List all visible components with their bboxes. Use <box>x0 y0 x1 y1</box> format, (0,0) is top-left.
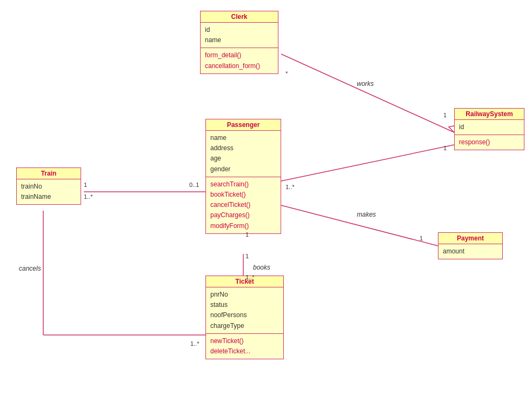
railway-system-class: RailwaySystem id response() <box>454 108 524 150</box>
method-cancel-ticket: cancelTicket() <box>210 200 276 210</box>
method-form-detail: form_detail() <box>205 50 274 61</box>
attr-train-name: trainName <box>21 192 76 202</box>
label-makes: makes <box>357 211 376 218</box>
label-cancels: cancels <box>19 265 41 272</box>
payment-attributes: amount <box>438 244 502 259</box>
mult-ticket-books-a: 1 <box>245 253 249 259</box>
mult-passenger-makes: 1..* <box>285 184 295 190</box>
svg-line-1 <box>281 145 454 181</box>
attr-amount: amount <box>443 246 498 257</box>
mult-train-passenger: 1..* <box>84 193 93 200</box>
method-delete-ticket: deleteTicket... <box>210 346 279 357</box>
mult-passenger-train-a: 0..1 <box>189 182 199 188</box>
attr-p-gender: gender <box>210 164 276 175</box>
passenger-class: Passenger name address age gender search… <box>205 119 281 234</box>
attr-pnr-no: pnrNo <box>210 290 279 300</box>
mult-ticket-books-b: 1..* <box>245 274 255 280</box>
mult-railway-works: 1 <box>443 112 447 118</box>
clerk-methods: form_detail() cancellation_form() <box>201 48 278 73</box>
mult-clerk-works: * <box>285 70 288 77</box>
ticket-class: Ticket pnrNo status noofPersons chargeTy… <box>205 276 284 359</box>
attr-name: name <box>205 35 274 45</box>
passenger-methods: searchTrain() bookTicket() cancelTicket(… <box>206 177 281 233</box>
attr-rs-id: id <box>459 122 520 132</box>
passenger-title: Passenger <box>206 119 281 131</box>
train-attributes: trainNo trainName <box>17 179 81 204</box>
clerk-class: Clerk id name form_detail() cancellation… <box>200 11 278 74</box>
method-new-ticket: newTicket() <box>210 336 279 346</box>
method-cancellation-form: cancellation_form() <box>205 61 274 71</box>
method-pay-charges: payCharges() <box>210 210 276 220</box>
attr-status: status <box>210 300 279 310</box>
method-search-train: searchTrain() <box>210 179 276 190</box>
train-title: Train <box>17 168 81 179</box>
railway-system-title: RailwaySystem <box>455 109 524 120</box>
svg-line-0 <box>281 54 454 132</box>
mult-cancels-ticket: 1..* <box>190 340 200 347</box>
attr-charge-type: chargeType <box>210 321 279 331</box>
clerk-attributes: id name <box>201 23 278 48</box>
attr-p-age: age <box>210 153 276 164</box>
mult-payment-makes: 1 <box>420 235 423 242</box>
mult-passenger-books: 1 <box>245 231 249 238</box>
attr-p-name: name <box>210 133 276 143</box>
mult-passenger-railway: 1 <box>443 145 447 151</box>
uml-diagram: Clerk id name form_detail() cancellation… <box>0 0 532 409</box>
mult-passenger-train-b: 1 <box>84 182 87 188</box>
railway-system-attributes: id <box>455 120 524 135</box>
ticket-methods: newTicket() deleteTicket... <box>206 334 283 359</box>
attr-p-address: address <box>210 143 276 153</box>
label-works: works <box>357 80 374 88</box>
ticket-attributes: pnrNo status noofPersons chargeType <box>206 287 283 334</box>
passenger-attributes: name address age gender <box>206 131 281 177</box>
method-response: response() <box>459 137 520 147</box>
payment-title: Payment <box>438 233 502 244</box>
clerk-title: Clerk <box>201 11 278 23</box>
label-books: books <box>253 264 270 271</box>
method-modify-form: modifyForm() <box>210 221 276 231</box>
train-class: Train trainNo trainName <box>16 167 81 205</box>
method-book-ticket: bookTicket() <box>210 190 276 200</box>
ticket-title: Ticket <box>206 276 283 287</box>
attr-noof-persons: noofPersons <box>210 310 279 320</box>
attr-train-no: trainNo <box>21 182 76 192</box>
railway-system-methods: response() <box>455 135 524 150</box>
payment-class: Payment amount <box>438 232 503 259</box>
attr-id: id <box>205 25 274 35</box>
